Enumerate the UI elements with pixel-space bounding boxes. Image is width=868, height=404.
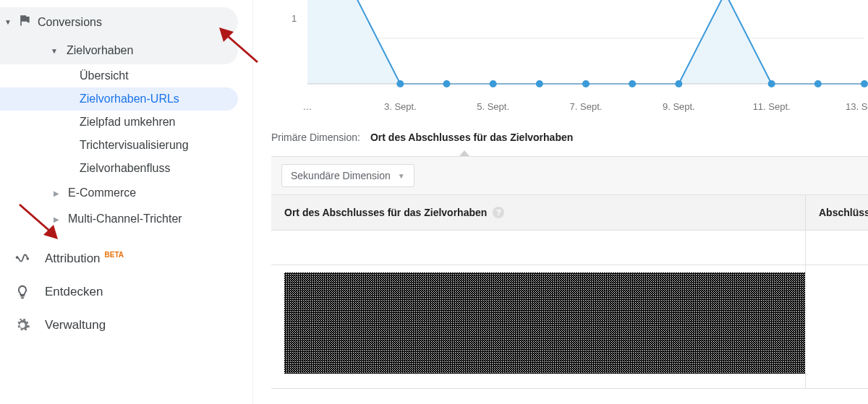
annotation-arrow [13, 197, 64, 249]
primary-dimension-value[interactable]: Ort des Abschlusses für das Zielvorhaben [370, 132, 573, 143]
table-cell [806, 231, 868, 265]
svg-point-12 [675, 80, 682, 87]
table-header: Ort des Abschlusses für das Zielvorhaben… [271, 195, 868, 231]
column-header-location[interactable]: Ort des Abschlusses für das Zielvorhaben… [271, 195, 806, 230]
flag-icon [17, 13, 38, 31]
svg-point-14 [768, 80, 775, 87]
main-content: 1 …3. Sept.5. Sept.7. Sept.9. Sept.11. S… [253, 0, 868, 404]
svg-point-10 [582, 80, 590, 87]
x-axis-tick: 11. Sept. [753, 101, 791, 112]
svg-point-16 [861, 80, 868, 87]
redacted-block [284, 272, 805, 374]
svg-point-1 [27, 257, 30, 260]
x-axis-tick: 7. Sept. [570, 101, 603, 112]
x-axis-tick: 5. Sept. [477, 101, 509, 112]
secondary-dimension-button[interactable]: Sekundäre Dimension ▼ [281, 164, 414, 187]
nav-section-label: Conversions [38, 16, 102, 29]
x-axis-tick: 9. Sept. [663, 101, 695, 112]
nav-group-goals[interactable]: ▼ Zielvorhaben [0, 37, 238, 64]
x-axis-tick: 3. Sept. [384, 101, 417, 112]
svg-point-9 [536, 80, 543, 87]
annotation-arrow [213, 23, 264, 76]
x-axis-tick: 13. Sept. [846, 101, 868, 112]
nav-label: Verwaltung [45, 318, 106, 332]
nav-item-goal-flow[interactable]: Zielvorhabenfluss [0, 157, 238, 180]
nav-admin[interactable]: Verwaltung [0, 309, 252, 342]
lightbulb-icon [14, 284, 45, 300]
column-header-label: Abschlüsse [819, 207, 868, 218]
nav-group-label: Multi-Channel-Trichter [68, 212, 182, 226]
svg-point-6 [396, 80, 404, 87]
table-cell [271, 265, 806, 388]
nav-label: Entdecken [45, 285, 103, 299]
svg-point-7 [443, 80, 451, 87]
table-toolbar: Sekundäre Dimension ▼ [271, 156, 868, 195]
svg-point-0 [16, 256, 19, 259]
nav-item-overview[interactable]: Übersicht [0, 64, 238, 87]
column-header-completions[interactable]: Abschlüsse [806, 195, 868, 230]
beta-badge: BETA [105, 251, 124, 259]
table-cell [271, 231, 806, 265]
table-body [271, 231, 868, 389]
help-icon[interactable]: ? [493, 207, 504, 218]
nav-item-reverse-path[interactable]: Zielpfad umkehren [0, 111, 238, 134]
table-row [271, 231, 868, 265]
x-axis-tick: … [303, 101, 312, 112]
secondary-dimension-label: Sekundäre Dimension [291, 170, 391, 181]
nav-label: Attribution [45, 252, 101, 266]
caret-up-icon [459, 150, 469, 156]
attribution-icon [14, 251, 45, 267]
nav-item-goal-urls[interactable]: Zielvorhaben-URLs [0, 87, 238, 111]
chevron-down-icon: ▼ [398, 172, 405, 180]
nav-group-label: Zielvorhaben [67, 44, 134, 57]
chevron-down-icon: ▼ [4, 18, 12, 26]
primary-dimension-row: Primäre Dimension: Ort des Abschlusses f… [271, 127, 868, 150]
nav-item-funnel-visualization[interactable]: Trichtervisualisierung [0, 134, 238, 157]
gear-icon [14, 317, 45, 333]
nav-group-label: E-Commerce [68, 186, 136, 200]
column-header-label: Ort des Abschlusses für das Zielvorhaben [284, 207, 487, 218]
svg-point-15 [814, 80, 822, 87]
primary-dimension-label: Primäre Dimension: [271, 132, 360, 143]
nav-section-conversions[interactable]: ▼ Conversions [0, 7, 238, 37]
chevron-down-icon: ▼ [51, 47, 58, 55]
table-row [271, 265, 868, 388]
nav-discover[interactable]: Entdecken [0, 275, 252, 309]
line-chart-svg [271, 0, 868, 101]
svg-point-11 [629, 80, 636, 87]
x-axis: …3. Sept.5. Sept.7. Sept.9. Sept.11. Sep… [271, 101, 868, 116]
table-cell [806, 265, 868, 388]
svg-point-8 [490, 80, 497, 87]
chart[interactable]: 1 …3. Sept.5. Sept.7. Sept.9. Sept.11. S… [271, 0, 868, 123]
